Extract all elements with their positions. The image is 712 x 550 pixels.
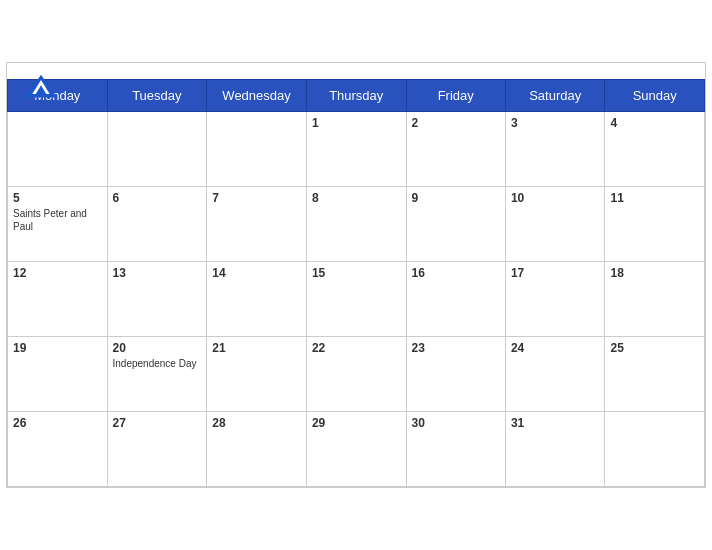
day-cell: 6 bbox=[107, 187, 207, 262]
day-number: 31 bbox=[511, 416, 600, 430]
weekday-sunday: Sunday bbox=[605, 80, 705, 112]
weekday-header-row: MondayTuesdayWednesdayThursdayFridaySatu… bbox=[8, 80, 705, 112]
day-number: 3 bbox=[511, 116, 600, 130]
day-number: 23 bbox=[412, 341, 500, 355]
day-cell: 23 bbox=[406, 337, 505, 412]
day-cell: 16 bbox=[406, 262, 505, 337]
day-number: 12 bbox=[13, 266, 102, 280]
logo-icon bbox=[23, 73, 59, 101]
calendar-container: MondayTuesdayWednesdayThursdayFridaySatu… bbox=[6, 62, 706, 488]
day-cell: 24 bbox=[505, 337, 605, 412]
day-number: 29 bbox=[312, 416, 401, 430]
day-number: 28 bbox=[212, 416, 301, 430]
day-number: 25 bbox=[610, 341, 699, 355]
day-cell bbox=[207, 112, 307, 187]
day-cell bbox=[8, 112, 108, 187]
day-number: 14 bbox=[212, 266, 301, 280]
day-number: 6 bbox=[113, 191, 202, 205]
day-number: 7 bbox=[212, 191, 301, 205]
day-number: 18 bbox=[610, 266, 699, 280]
day-cell: 10 bbox=[505, 187, 605, 262]
day-cell: 21 bbox=[207, 337, 307, 412]
day-number: 27 bbox=[113, 416, 202, 430]
day-cell: 19 bbox=[8, 337, 108, 412]
day-cell: 9 bbox=[406, 187, 505, 262]
weekday-tuesday: Tuesday bbox=[107, 80, 207, 112]
day-number: 15 bbox=[312, 266, 401, 280]
day-cell: 18 bbox=[605, 262, 705, 337]
logo bbox=[23, 73, 59, 101]
day-cell: 26 bbox=[8, 412, 108, 487]
day-cell: 13 bbox=[107, 262, 207, 337]
day-number: 5 bbox=[13, 191, 102, 205]
day-number: 2 bbox=[412, 116, 500, 130]
day-number: 13 bbox=[113, 266, 202, 280]
day-number: 20 bbox=[113, 341, 202, 355]
week-row-3: 12131415161718 bbox=[8, 262, 705, 337]
day-number: 22 bbox=[312, 341, 401, 355]
day-cell: 2 bbox=[406, 112, 505, 187]
day-cell: 12 bbox=[8, 262, 108, 337]
week-row-2: 5Saints Peter and Paul67891011 bbox=[8, 187, 705, 262]
weekday-saturday: Saturday bbox=[505, 80, 605, 112]
weekday-friday: Friday bbox=[406, 80, 505, 112]
day-cell: 17 bbox=[505, 262, 605, 337]
day-number: 21 bbox=[212, 341, 301, 355]
day-cell: 15 bbox=[306, 262, 406, 337]
week-row-4: 1920Independence Day2122232425 bbox=[8, 337, 705, 412]
weekday-thursday: Thursday bbox=[306, 80, 406, 112]
day-number: 24 bbox=[511, 341, 600, 355]
day-cell: 22 bbox=[306, 337, 406, 412]
day-cell: 11 bbox=[605, 187, 705, 262]
day-number: 16 bbox=[412, 266, 500, 280]
day-cell: 7 bbox=[207, 187, 307, 262]
day-cell bbox=[605, 412, 705, 487]
day-number: 8 bbox=[312, 191, 401, 205]
day-number: 17 bbox=[511, 266, 600, 280]
day-cell: 20Independence Day bbox=[107, 337, 207, 412]
day-number: 9 bbox=[412, 191, 500, 205]
day-cell: 5Saints Peter and Paul bbox=[8, 187, 108, 262]
day-cell bbox=[107, 112, 207, 187]
day-number: 11 bbox=[610, 191, 699, 205]
calendar-table: MondayTuesdayWednesdayThursdayFridaySatu… bbox=[7, 79, 705, 487]
day-cell: 3 bbox=[505, 112, 605, 187]
calendar-header bbox=[7, 63, 705, 79]
day-cell: 30 bbox=[406, 412, 505, 487]
day-number: 4 bbox=[610, 116, 699, 130]
week-row-5: 262728293031 bbox=[8, 412, 705, 487]
day-number: 19 bbox=[13, 341, 102, 355]
day-cell: 28 bbox=[207, 412, 307, 487]
day-number: 30 bbox=[412, 416, 500, 430]
day-number: 26 bbox=[13, 416, 102, 430]
day-cell: 27 bbox=[107, 412, 207, 487]
weekday-wednesday: Wednesday bbox=[207, 80, 307, 112]
day-cell: 29 bbox=[306, 412, 406, 487]
day-number: 10 bbox=[511, 191, 600, 205]
day-cell: 1 bbox=[306, 112, 406, 187]
day-cell: 31 bbox=[505, 412, 605, 487]
day-cell: 25 bbox=[605, 337, 705, 412]
event-label: Saints Peter and Paul bbox=[13, 207, 102, 233]
day-number: 1 bbox=[312, 116, 401, 130]
week-row-1: 1234 bbox=[8, 112, 705, 187]
day-cell: 8 bbox=[306, 187, 406, 262]
day-cell: 14 bbox=[207, 262, 307, 337]
day-cell: 4 bbox=[605, 112, 705, 187]
event-label: Independence Day bbox=[113, 357, 202, 370]
